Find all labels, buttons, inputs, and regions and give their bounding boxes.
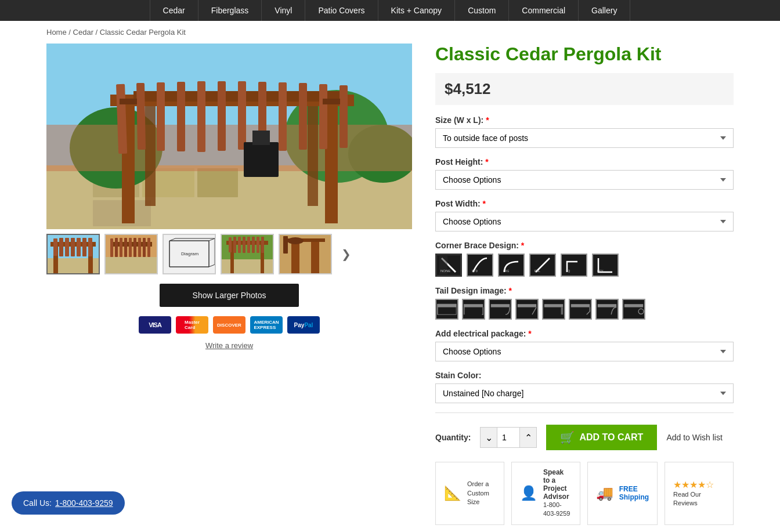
quantity-input[interactable] <box>497 428 520 447</box>
tail-option-5[interactable] <box>542 299 565 320</box>
post-width-select[interactable]: Choose Options 4x4 6x6 <box>435 212 734 231</box>
breadcrumb-cedar[interactable]: Cedar <box>73 28 93 37</box>
nav-patio-covers[interactable]: Patio Covers <box>305 0 378 21</box>
svg-rect-117 <box>571 304 590 307</box>
nav-fiberglass[interactable]: Fiberglass <box>198 0 262 21</box>
tail-options-list <box>435 299 734 320</box>
svg-rect-55 <box>143 238 146 257</box>
svg-rect-28 <box>340 85 348 148</box>
breadcrumb: Home / Cedar / Classic Cedar Pergola Kit <box>0 21 780 44</box>
svg-rect-116 <box>570 300 591 319</box>
svg-rect-39 <box>59 238 63 256</box>
svg-rect-115 <box>561 307 564 314</box>
reviews-link[interactable]: Read Our Reviews <box>673 490 725 508</box>
tail-option-6[interactable] <box>569 299 592 320</box>
post-width-option-group: Post Width: * Choose Options 4x4 6x6 <box>435 199 734 231</box>
svg-rect-103 <box>438 304 456 307</box>
svg-text:NONE: NONE <box>440 269 450 273</box>
svg-rect-18 <box>136 83 146 150</box>
wish-list-link[interactable]: Add to Wish list <box>666 433 722 442</box>
svg-rect-75 <box>238 237 241 253</box>
amex-icon: AMERICANEXPRESS <box>250 316 283 334</box>
tail-option-3[interactable] <box>489 299 512 320</box>
thumbnail-3[interactable]: Diagram <box>162 234 216 274</box>
svg-rect-121 <box>624 304 643 307</box>
quantity-decrease-button[interactable]: ⌄ <box>481 428 497 447</box>
thumbnail-strip: Diagram <box>46 234 412 274</box>
brace-option-2[interactable]: STD <box>467 254 493 277</box>
tail-option-7[interactable] <box>595 299 619 320</box>
svg-rect-52 <box>129 238 132 257</box>
thumbnail-1[interactable] <box>46 234 100 274</box>
svg-rect-76 <box>243 237 245 253</box>
payment-icons: VISA MasterCard DISCOVER AMERICANEXPRESS… <box>46 316 412 334</box>
svg-rect-82 <box>291 240 299 273</box>
nav-cedar[interactable]: Cedar <box>150 0 198 21</box>
tail-option-4[interactable] <box>515 299 539 320</box>
brace-option-5[interactable]: SQ <box>561 254 587 277</box>
svg-rect-13 <box>145 102 156 206</box>
svg-rect-109 <box>490 300 511 319</box>
electrical-select[interactable]: Choose Options Yes No <box>435 342 734 361</box>
reviews-badge[interactable]: ★★★★☆ Read Our Reviews <box>665 462 734 525</box>
svg-rect-42 <box>77 238 81 256</box>
quantity-increase-button[interactable]: ⌃ <box>520 428 536 447</box>
thumbnail-2[interactable] <box>104 234 158 274</box>
star-rating: ★★★★☆ <box>673 479 725 490</box>
brace-option-4[interactable]: DBL <box>529 254 556 277</box>
call-phone-link[interactable]: 1-800-403-9259 <box>55 498 113 508</box>
corner-brace-option-group: Corner Brace Design: * NONE STD LRG DBL … <box>435 241 734 277</box>
brace-options-list: NONE STD LRG DBL SQ REV <box>435 254 734 277</box>
nav-vinyl[interactable]: Vinyl <box>262 0 305 21</box>
call-button[interactable]: Call Us: 1-800-403-9259 <box>12 491 125 515</box>
svg-point-86 <box>287 237 304 244</box>
add-to-cart-button[interactable]: 🛒 ADD TO CART <box>546 425 657 450</box>
nav-commercial[interactable]: Commercial <box>509 0 579 21</box>
brace-option-1[interactable]: NONE <box>435 254 462 277</box>
svg-rect-73 <box>229 237 232 252</box>
product-price: $4,512 <box>445 80 491 97</box>
svg-text:DBL: DBL <box>535 269 540 273</box>
write-review-link[interactable]: Write a review <box>205 341 253 350</box>
post-height-option-group: Post Height: * Choose Options 8 ft 10 ft… <box>435 157 734 190</box>
mastercard-icon: MasterCard <box>176 316 208 334</box>
brace-option-3[interactable]: LRG <box>498 254 525 277</box>
svg-text:Diagram: Diagram <box>181 251 199 256</box>
post-height-select[interactable]: Choose Options 8 ft 10 ft 12 ft <box>435 170 734 190</box>
custom-size-badge[interactable]: 📐 Order a Custom Size <box>435 462 504 525</box>
main-content: Diagram <box>0 44 780 532</box>
svg-rect-56 <box>147 238 150 257</box>
show-larger-button[interactable]: Show Larger Photos <box>160 284 299 307</box>
svg-rect-74 <box>233 237 236 253</box>
svg-rect-32 <box>323 99 340 104</box>
svg-rect-38 <box>53 238 57 256</box>
stain-select[interactable]: Unstained [No charge] Light Cedar Stain … <box>435 383 734 403</box>
svg-rect-83 <box>311 240 319 273</box>
svg-rect-69 <box>222 259 273 273</box>
size-select[interactable]: To outside face of posts To inside face … <box>435 128 734 148</box>
free-shipping-badge: 🚚 FREE Shipping <box>587 462 658 525</box>
electrical-label: Add electrical package: * <box>435 329 734 338</box>
main-product-image[interactable] <box>46 44 412 229</box>
paypal-icon: PayPal <box>287 316 320 334</box>
thumbnails-next-arrow[interactable]: ❯ <box>339 234 353 274</box>
brace-option-6[interactable]: REV <box>592 254 619 277</box>
product-title: Classic Cedar Pergola Kit <box>435 44 734 65</box>
tail-option-1[interactable] <box>435 299 458 320</box>
tail-option-8[interactable] <box>622 299 645 320</box>
svg-rect-111 <box>517 300 537 319</box>
thumbnail-5[interactable] <box>279 234 332 274</box>
add-to-cart-label: ADD TO CART <box>579 432 643 443</box>
svg-rect-85 <box>283 236 288 254</box>
svg-rect-106 <box>463 300 484 319</box>
thumbnail-4[interactable] <box>221 234 274 274</box>
call-label: Call Us: <box>23 498 52 508</box>
tail-option-2[interactable] <box>462 299 485 320</box>
svg-rect-27 <box>319 84 327 149</box>
svg-rect-79 <box>257 237 259 253</box>
svg-rect-29 <box>244 142 279 177</box>
nav-custom[interactable]: Custom <box>455 0 509 21</box>
nav-gallery[interactable]: Gallery <box>579 0 630 21</box>
nav-kits-canopy[interactable]: Kits + Canopy <box>378 0 456 21</box>
breadcrumb-home[interactable]: Home <box>46 28 67 37</box>
